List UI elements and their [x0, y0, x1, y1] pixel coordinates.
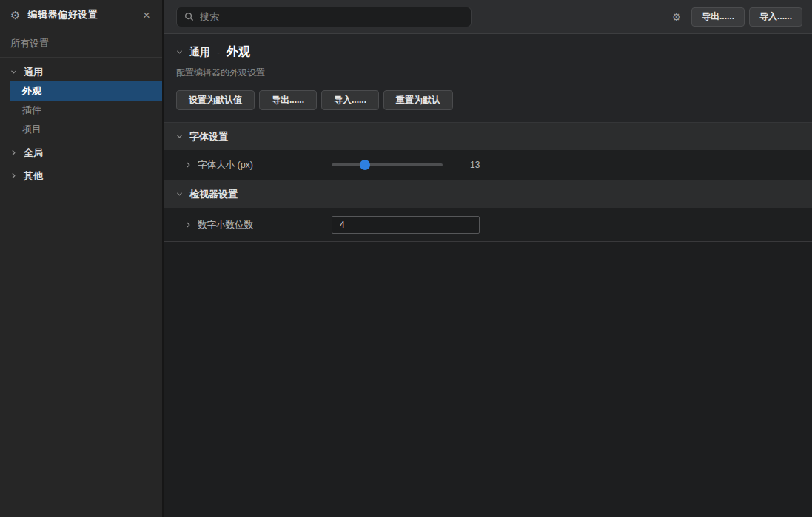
section-header-inspector-settings[interactable]: 检视器设置 — [164, 180, 812, 208]
chevron-down-icon[interactable] — [176, 49, 183, 55]
import-button[interactable]: 导入...... — [749, 7, 802, 27]
setting-label-row[interactable]: 数字小数位数 — [185, 218, 253, 231]
reset-to-default-button[interactable]: 重置为默认 — [383, 90, 453, 110]
tree-group-other[interactable]: 其他 — [0, 166, 162, 185]
setting-row-font-size: 字体大小 (px) 13 — [164, 150, 812, 180]
tree-item-label: 插件 — [22, 104, 41, 117]
setting-label: 字体大小 (px) — [198, 159, 253, 172]
page-header: 通用 - 外观 配置编辑器的外观设置 设置为默认值 导出...... 导入...… — [164, 34, 812, 122]
setting-label: 数字小数位数 — [198, 218, 253, 231]
section-title: 字体设置 — [189, 130, 228, 143]
import-settings-button[interactable]: 导入...... — [321, 90, 379, 110]
tree-group-general[interactable]: 通用 — [0, 63, 162, 81]
page-subtitle: 配置编辑器的外观设置 — [176, 67, 800, 79]
chevron-down-icon — [176, 191, 183, 197]
settings-tree: 通用 外观 插件 项目 全局 其他 — [0, 58, 162, 185]
breadcrumb-group: 通用 — [189, 46, 210, 59]
page-actions: 设置为默认值 导出...... 导入...... 重置为默认 — [176, 90, 800, 110]
chevron-down-icon — [176, 133, 183, 140]
empty-content-area — [164, 242, 812, 517]
export-button[interactable]: 导出...... — [691, 7, 745, 27]
all-settings-label: 所有设置 — [10, 37, 49, 50]
tree-group-label: 其他 — [24, 169, 43, 183]
section-title: 检视器设置 — [189, 188, 238, 201]
sidebar-item-plugins[interactable]: 插件 — [0, 101, 162, 120]
sidebar-item-appearance[interactable]: 外观 — [10, 81, 162, 101]
chevron-right-icon — [10, 172, 17, 179]
sidebar-header: ⚙ 编辑器偏好设置 × — [0, 0, 162, 30]
tree-item-label: 项目 — [22, 123, 41, 136]
breadcrumb-separator: - — [217, 47, 220, 58]
preferences-main: ⚙ 导出...... 导入...... 通用 - 外观 配置编辑器的外观设置 设… — [164, 0, 812, 517]
decimal-places-input[interactable] — [332, 216, 480, 234]
setting-row-decimal-places: 数字小数位数 — [164, 208, 812, 242]
topbar: ⚙ 导出...... 导入...... — [164, 0, 812, 34]
breadcrumb: 通用 - 外观 — [176, 44, 800, 60]
sidebar-item-all-settings[interactable]: 所有设置 — [0, 30, 162, 58]
close-icon[interactable]: × — [140, 7, 153, 23]
search-box[interactable] — [176, 7, 472, 27]
chevron-down-icon — [10, 69, 17, 75]
tree-item-label: 外观 — [22, 84, 41, 98]
chevron-right-icon — [10, 149, 17, 156]
font-size-slider[interactable] — [332, 160, 443, 170]
tree-group-global[interactable]: 全局 — [0, 143, 162, 162]
slider-track[interactable] — [332, 163, 443, 166]
tree-group-label: 全局 — [24, 146, 43, 160]
section-header-font-settings[interactable]: 字体设置 — [164, 122, 812, 150]
tree-group-label: 通用 — [24, 66, 43, 79]
chevron-right-icon[interactable] — [185, 162, 192, 169]
search-icon — [184, 12, 194, 21]
slider-handle[interactable] — [360, 160, 370, 170]
sidebar-item-project[interactable]: 项目 — [0, 120, 162, 139]
preferences-sidebar: ⚙ 编辑器偏好设置 × 所有设置 通用 外观 插件 项目 全局 其他 — [0, 0, 162, 517]
setting-label-row[interactable]: 字体大小 (px) — [185, 159, 253, 172]
font-size-value: 13 — [470, 160, 480, 170]
chevron-right-icon[interactable] — [185, 221, 192, 228]
page-title: 外观 — [227, 44, 250, 60]
window-title: 编辑器偏好设置 — [27, 8, 140, 21]
set-as-default-button[interactable]: 设置为默认值 — [176, 90, 255, 110]
settings-gear-icon[interactable]: ⚙ — [671, 12, 681, 22]
search-input[interactable] — [200, 11, 463, 22]
export-settings-button[interactable]: 导出...... — [259, 90, 317, 110]
gear-icon: ⚙ — [10, 10, 20, 21]
